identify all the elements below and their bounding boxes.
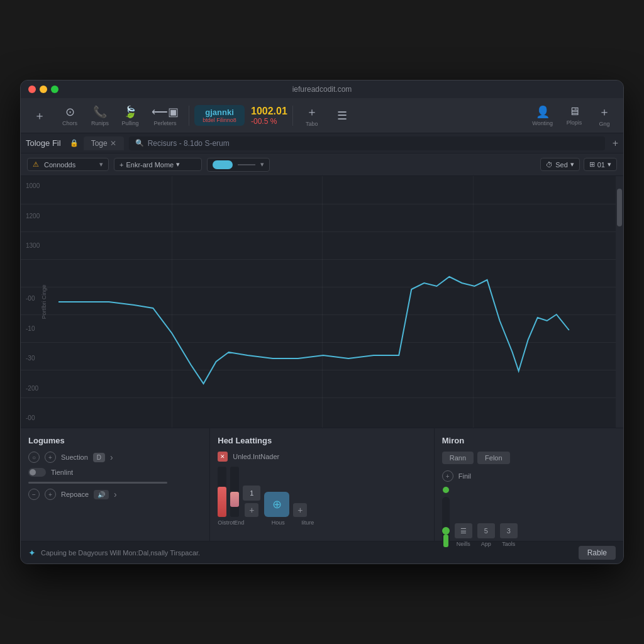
plus-btn-1[interactable]: +	[45, 452, 56, 463]
vs-thumb[interactable]	[442, 527, 450, 535]
y-label-2: 1300	[26, 242, 53, 249]
repoace-icon[interactable]: 🔊	[94, 490, 109, 499]
pulling-button[interactable]: 🍃 Pulling	[116, 103, 144, 129]
menu-button[interactable]: ☰	[328, 106, 356, 125]
repoace-label: Repoace	[61, 491, 89, 498]
slider-track-2[interactable]	[230, 467, 239, 517]
runips-label: Runips	[91, 120, 109, 126]
clock-icon: ⏱	[546, 161, 553, 169]
rable-button[interactable]: Rable	[579, 546, 616, 560]
plus-button[interactable]: +	[245, 503, 258, 517]
color-line	[238, 164, 255, 165]
app-icon[interactable]: 5	[477, 523, 495, 538]
wonting-icon: 👤	[536, 105, 550, 119]
filter-right: ⏱ Sed ▾ ⊞ 01 ▾	[540, 158, 617, 171]
maximize-button[interactable]	[51, 86, 58, 93]
traffic-lights	[28, 86, 58, 93]
filter-pill-2[interactable]: ⊞ 01 ▾	[584, 158, 617, 171]
tabo-button[interactable]: ＋ Tabo	[298, 102, 326, 130]
hous-button[interactable]: ⊕	[264, 492, 289, 517]
params-icon: ⟵▣	[152, 105, 179, 119]
minus-btn-1[interactable]: ○	[28, 452, 40, 463]
add-button[interactable]: ＋	[26, 106, 53, 126]
plopis-button[interactable]: 🖥 Plopis	[560, 102, 588, 130]
chart-area: 1000 1200 1300 -00 -10 -30 -200 -00 Port…	[21, 176, 623, 428]
y-label-8: -00	[26, 414, 53, 421]
wonting-button[interactable]: 👤 Wonting	[527, 102, 558, 130]
plopis-label: Plopis	[567, 119, 582, 126]
y-label-6: -30	[26, 355, 53, 362]
warning-icon: ⚠	[33, 160, 39, 169]
finil-plus[interactable]: +	[442, 470, 453, 482]
gng-label: Gng	[599, 121, 609, 127]
scrollbar-thumb[interactable]	[617, 189, 622, 226]
finil-label: Finil	[458, 472, 471, 480]
filter-dropdown-1-label: Connodds	[44, 161, 75, 169]
minimize-button[interactable]	[40, 86, 47, 93]
parameters-label: Perleters	[154, 120, 177, 126]
scrollbar[interactable]	[616, 176, 623, 428]
suection-value[interactable]: D	[93, 453, 105, 462]
chevron-right-2[interactable]: ›	[114, 489, 117, 499]
taols-icon[interactable]: 3	[500, 523, 518, 538]
gng-button[interactable]: ＋ Gng	[591, 102, 618, 130]
plopis-icon: 🖥	[569, 105, 580, 118]
panel-miron: Miron Rann Felon + Finil	[435, 428, 623, 541]
filter-dropdown-2-label: Enkr-ard Mome	[126, 161, 174, 169]
filter-dropdown-1[interactable]: ⚠ Connodds ▾	[27, 158, 109, 171]
progress-bar	[28, 482, 167, 484]
chevron-down-icon-2: ▾	[176, 160, 180, 169]
hed-title: Hed Leattings	[218, 436, 426, 445]
minus-btn-2[interactable]: −	[28, 489, 40, 500]
ticker-block[interactable]: gjannki btdel Filinno8	[194, 105, 245, 126]
leaf-icon: 🍃	[123, 105, 137, 119]
tab-add-button[interactable]: +	[613, 138, 618, 149]
logumes-title: Logumes	[28, 436, 202, 445]
num-box: 1	[243, 486, 260, 501]
parameters-button[interactable]: ⟵▣ Perleters	[147, 103, 184, 129]
filter-pill-2-label: 01	[597, 161, 605, 169]
price-block: 1002.01 -00.5 %	[251, 106, 287, 126]
tab-title: Tologe Fil	[26, 138, 61, 148]
panel-hed: Hed Leattings ✕ Unled.IntNader	[210, 428, 435, 541]
close-button[interactable]	[28, 86, 36, 93]
filter-pill-1-label: Sed	[555, 161, 568, 169]
main-window: iefureadcodit.com ＋ ⊙ Chors 📞 Runips 🍃 P…	[20, 80, 624, 564]
phone-icon: 📞	[93, 105, 107, 119]
plus-btn-2[interactable]: +	[45, 489, 56, 500]
y-label-5: -10	[26, 325, 53, 332]
neills-icon[interactable]: ☰	[455, 523, 472, 538]
separator-1	[189, 106, 189, 126]
charts-label: Chors	[62, 120, 77, 126]
menu-icon: ☰	[337, 109, 347, 123]
slider-label-2: End	[234, 519, 243, 526]
panel-logumes: Logumes ○ + Suection D › Tienlint − + Re…	[21, 428, 210, 541]
chevron-icon-2: ▾	[608, 160, 611, 169]
filter-bar: ⚠ Connodds ▾ + Enkr-ard Mome ▾ ▾ ⏱ Sed ▾…	[21, 153, 623, 176]
slider-label-3: Hous	[265, 519, 291, 526]
charts-button[interactable]: ⊙ Chors	[56, 103, 84, 129]
taols-label: Taols	[502, 541, 515, 547]
felon-button[interactable]: Felon	[477, 452, 510, 464]
logumes-row-3: − + Repoace 🔊 ›	[28, 489, 202, 500]
x-button[interactable]: ✕	[218, 452, 228, 462]
chevron-down-icon: ▾	[99, 160, 103, 169]
filter-dropdown-2[interactable]: + Enkr-ard Mome ▾	[114, 158, 202, 171]
rann-button[interactable]: Rann	[442, 452, 474, 464]
runips-button[interactable]: 📞 Runips	[86, 103, 114, 129]
miron-bottom: ☰ Neills 5 App 3 Taols	[442, 487, 616, 547]
toggle-1[interactable]	[28, 468, 46, 477]
tab-close-icon[interactable]: ✕	[110, 139, 116, 148]
vertical-slider[interactable]	[442, 497, 450, 547]
search-bar[interactable]: 🔍 Recisurs - 8.1do S-erum	[129, 136, 605, 150]
filter-dropdown-3[interactable]: ▾	[207, 158, 270, 172]
gng-icon: ＋	[599, 104, 610, 119]
plus-button-2[interactable]: +	[293, 503, 307, 517]
chevron-right-1[interactable]: ›	[110, 452, 113, 462]
tab-item[interactable]: Toge ✕	[84, 136, 124, 150]
tab-bar: Tologe Fil 🔒 Toge ✕ 🔍 Recisurs - 8.1do S…	[21, 133, 623, 153]
filter-pill-1[interactable]: ⏱ Sed ▾	[540, 158, 580, 171]
ticker-sub: btdel Filinno8	[203, 117, 236, 123]
slider-track-1[interactable]	[218, 467, 226, 517]
slider-fill-2	[230, 492, 239, 507]
